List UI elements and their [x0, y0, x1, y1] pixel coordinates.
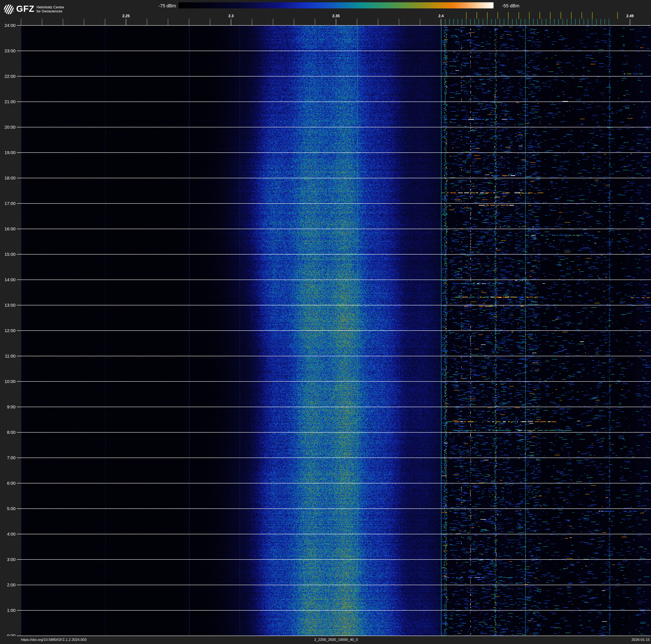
footer: https://doi.org/10.5880/GFZ.1.2.2024.003… [0, 636, 651, 644]
freq-tick [378, 19, 378, 25]
bt-channel-tick [550, 19, 550, 25]
time-label: 2:00 [0, 582, 16, 587]
time-label: 22:00 [0, 74, 16, 79]
bt-channel-tick [525, 19, 525, 25]
bt-channel-tick [567, 19, 567, 25]
time-label: 23:00 [0, 48, 16, 53]
bt-channel-tick [512, 19, 513, 25]
bt-channel-tick [533, 19, 534, 25]
freq-label: 2.35 [327, 14, 345, 18]
freq-tick [336, 19, 336, 25]
hour-gridline [17, 458, 651, 458]
bt-channel-tick [474, 19, 475, 25]
freq-tick [630, 19, 630, 25]
hour-gridline [17, 407, 651, 407]
hour-gridline [17, 51, 651, 51]
wifi-channel-tick [487, 12, 488, 19]
hour-gridline [17, 152, 651, 153]
wifi-channel-tick [497, 12, 498, 19]
wifi-channel-tick [617, 12, 618, 19]
hour-gridline [17, 610, 651, 611]
bt-channel-tick [541, 19, 542, 25]
bt-channel-tick [458, 19, 458, 25]
bt-channel-tick [546, 19, 546, 25]
time-axis: 24:0023:0022:0021:0020:0019:0018:0017:00… [0, 0, 21, 644]
freq-tick [231, 19, 231, 25]
bt-channel-tick [604, 19, 605, 25]
bt-channel-tick [529, 19, 529, 25]
bt-channel-tick [575, 19, 576, 25]
time-label: 24:00 [0, 23, 16, 28]
freq-tick [189, 19, 189, 25]
wifi-channel-tick [508, 12, 508, 19]
time-label: 18:00 [0, 176, 16, 180]
freq-tick [420, 19, 420, 25]
bt-channel-tick [483, 19, 483, 25]
freq-tick [210, 19, 210, 25]
bt-channel-tick [579, 19, 580, 25]
time-label: 17:00 [0, 201, 16, 206]
bt-channel-tick [466, 19, 466, 25]
bt-channel-tick [563, 19, 563, 25]
time-label: 3:00 [0, 557, 16, 562]
time-label: 16:00 [0, 226, 16, 231]
hour-gridline [17, 280, 651, 280]
bt-channel-tick [537, 19, 538, 25]
time-label: 20:00 [0, 125, 16, 130]
hour-gridline [17, 508, 651, 509]
freq-tick [357, 19, 357, 25]
spectrogram-page: GFZ Helmholtz Centre for Geosciences -75… [0, 0, 651, 644]
bt-channel-tick [487, 19, 488, 25]
freq-tick [84, 19, 84, 25]
bt-channel-tick [491, 19, 492, 25]
bt-channel-tick [592, 19, 592, 25]
bt-channel-tick [600, 19, 601, 25]
bt-channel-tick [521, 19, 521, 25]
bt-channel-tick [588, 19, 588, 25]
bt-channel-tick [500, 19, 500, 25]
wifi-channel-tick [582, 12, 582, 19]
bt-channel-tick [495, 19, 496, 25]
time-label: 1:00 [0, 608, 16, 613]
bt-channel-tick [584, 19, 584, 25]
wifi-channel-tick [476, 12, 477, 19]
hour-gridline [17, 76, 651, 77]
wifi-channel-tick [539, 12, 540, 19]
freq-label: 2.25 [117, 14, 135, 18]
time-label: 21:00 [0, 99, 16, 104]
hour-gridline [17, 330, 651, 331]
bt-channel-tick [571, 19, 571, 25]
hour-gridline [17, 356, 651, 356]
hour-gridline [17, 559, 651, 560]
time-label: 9:00 [0, 404, 16, 409]
time-label: 15:00 [0, 252, 16, 257]
bt-channel-tick [517, 19, 517, 25]
hour-gridline [17, 203, 651, 204]
freq-tick [105, 19, 105, 25]
hour-gridline [17, 305, 651, 305]
time-label: 4:00 [0, 531, 16, 536]
wifi-channel-tick [529, 12, 530, 19]
footer-date: 2026-01-15 [631, 638, 650, 642]
time-label: 11:00 [0, 354, 16, 358]
freq-tick [147, 19, 147, 25]
hour-gridline [17, 229, 651, 229]
time-label: 19:00 [0, 150, 16, 155]
bt-channel-tick [449, 19, 450, 25]
wifi-channel-tick [592, 12, 593, 19]
wifi-channel-tick [519, 12, 519, 19]
bt-channel-tick [504, 19, 504, 25]
hour-gridline [17, 381, 651, 382]
bt-channel-tick [470, 19, 471, 25]
footer-filename: 2_2200_2500_10000_40_0 [21, 638, 651, 642]
wifi-channel-tick [560, 12, 561, 19]
bt-channel-tick [558, 19, 559, 25]
freq-tick [294, 19, 294, 25]
bt-channel-tick [596, 19, 597, 25]
frequency-axis: 2.252.32.352.42.49 [0, 0, 651, 25]
hour-gridline [17, 585, 651, 585]
hour-gridline [17, 101, 651, 102]
freq-label: 2.4 [432, 14, 451, 18]
wifi-channel-tick [466, 12, 467, 19]
time-label: 12:00 [0, 328, 16, 333]
